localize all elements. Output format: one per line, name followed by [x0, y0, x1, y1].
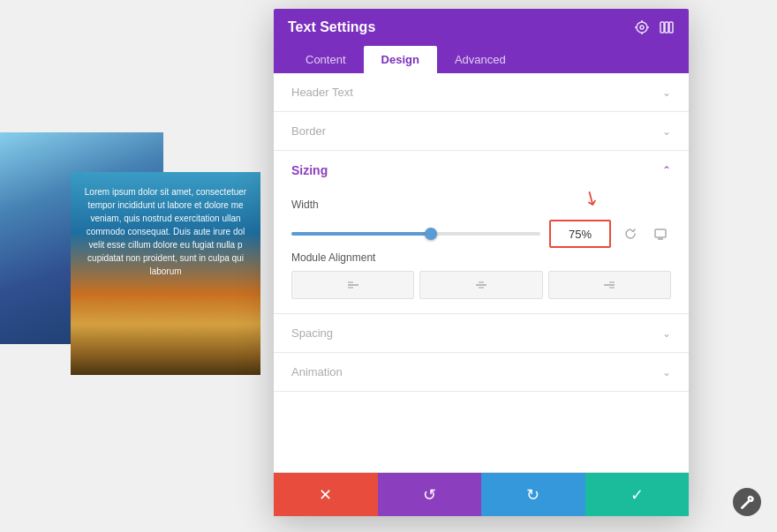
- chevron-down-icon: ⌄: [662, 327, 671, 340]
- svg-rect-6: [660, 22, 664, 33]
- target-icon[interactable]: [634, 19, 650, 35]
- align-left-button[interactable]: [291, 271, 414, 299]
- section-header-text[interactable]: Header Text ⌄: [274, 73, 689, 112]
- section-border[interactable]: Border ⌄: [274, 112, 689, 151]
- columns-icon[interactable]: [659, 19, 675, 35]
- slider-thumb[interactable]: [425, 228, 437, 240]
- tab-advanced[interactable]: Advanced: [437, 46, 524, 73]
- undo-icon: ↺: [423, 485, 436, 505]
- chevron-down-icon: ⌄: [662, 366, 671, 378]
- alignment-label: Module Alignment: [291, 251, 671, 264]
- redo-icon: ↻: [526, 485, 539, 505]
- sizing-expanded-content: Width ↘: [274, 190, 689, 314]
- alignment-buttons: [291, 271, 671, 299]
- chevron-down-icon: ⌄: [662, 125, 671, 138]
- modal-panel: Text Settings: [274, 9, 689, 516]
- section-spacing[interactable]: Spacing ⌄: [274, 314, 689, 353]
- tab-design[interactable]: Design: [364, 46, 437, 73]
- section-border-label: Border: [291, 124, 326, 138]
- tab-content[interactable]: Content: [288, 46, 364, 73]
- save-icon: ✓: [630, 485, 644, 505]
- modal-footer: ✕ ↺ ↻ ✓: [274, 472, 689, 516]
- section-header-text-label: Header Text: [291, 86, 353, 99]
- redo-button[interactable]: ↻: [481, 473, 585, 516]
- section-animation[interactable]: Animation ⌄: [274, 353, 689, 392]
- svg-point-1: [640, 26, 644, 29]
- undo-button[interactable]: ↺: [378, 473, 482, 516]
- svg-rect-8: [665, 22, 668, 33]
- wrench-icon[interactable]: [733, 488, 761, 516]
- slider-fill: [291, 232, 431, 236]
- width-label: Width: [291, 199, 671, 211]
- width-slider[interactable]: [291, 232, 540, 236]
- align-right-button[interactable]: [548, 271, 671, 299]
- modal-header-icons: [634, 19, 675, 35]
- modal-header: Text Settings: [274, 9, 689, 46]
- cancel-button[interactable]: ✕: [274, 473, 378, 516]
- svg-point-0: [637, 22, 647, 33]
- align-center-button[interactable]: [419, 271, 542, 299]
- cancel-icon: ✕: [319, 485, 332, 505]
- image-panel-beach: Lorem ipsum dolor sit amet, consectetuer…: [71, 172, 260, 375]
- section-sizing-label: Sizing: [291, 163, 328, 177]
- modal-body: Header Text ⌄ Border ⌄ Sizing ⌃ Width ↘: [274, 73, 689, 472]
- section-spacing-label: Spacing: [291, 326, 333, 340]
- reset-icon[interactable]: [620, 223, 641, 244]
- chevron-down-icon: ⌄: [662, 86, 671, 99]
- svg-rect-9: [655, 229, 666, 237]
- save-button[interactable]: ✓: [585, 473, 690, 516]
- section-animation-label: Animation: [291, 365, 343, 378]
- alignment-section: Module Alignment: [291, 251, 671, 299]
- width-value-input[interactable]: [549, 220, 611, 248]
- modal-title: Text Settings: [288, 19, 375, 35]
- modal-tabs: Content Design Advanced: [274, 46, 689, 73]
- chevron-up-icon: ⌃: [662, 164, 671, 176]
- image-overlay-text: Lorem ipsum dolor sit amet, consectetuer…: [79, 185, 252, 278]
- width-control-row: ↘: [291, 220, 671, 248]
- device-icon[interactable]: [650, 223, 671, 244]
- svg-rect-7: [669, 22, 673, 33]
- section-sizing-header[interactable]: Sizing ⌃: [274, 151, 689, 190]
